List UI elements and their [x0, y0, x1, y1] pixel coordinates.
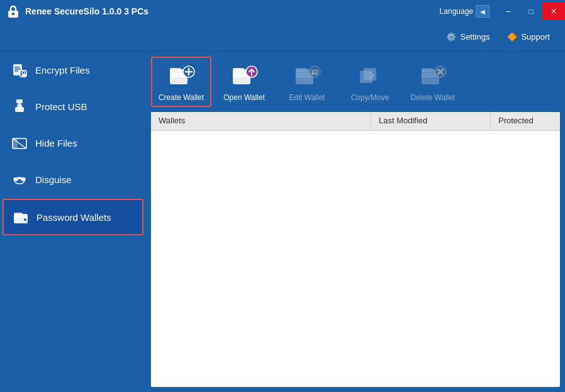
copy-move-label: Copy/Move: [351, 93, 389, 102]
support-icon: 🔶: [507, 32, 517, 42]
svg-rect-42: [364, 68, 376, 81]
sidebar-item-protect-usb[interactable]: Protect USB: [0, 88, 146, 125]
svg-rect-1: [12, 13, 14, 15]
wallets-table: Wallets Last Modified Protected: [151, 112, 560, 387]
svg-rect-7: [22, 74, 26, 77]
password-wallets-icon: [13, 209, 29, 225]
svg-rect-4: [14, 69, 21, 70]
protect-usb-label: Protect USB: [35, 101, 87, 112]
delete-wallet-button[interactable]: Delete Wallet: [403, 57, 463, 107]
disguise-icon: [11, 171, 28, 188]
table-col-protected: Protected: [491, 112, 560, 130]
svg-rect-38: [296, 68, 307, 72]
main-layout: Encrypt Files Protect USB: [0, 52, 565, 392]
table-col-last-modified: Last Modified: [371, 112, 491, 130]
support-button[interactable]: 🔶 Support: [498, 28, 559, 45]
svg-point-25: [24, 218, 26, 221]
copy-move-button[interactable]: Copy/Move: [340, 57, 400, 107]
copy-move-icon: [356, 62, 384, 89]
edit-wallet-button[interactable]: Edit Wallet: [277, 57, 337, 107]
svg-point-39: [309, 66, 320, 77]
open-wallet-label: Open Wallet: [223, 93, 265, 102]
sidebar-item-encrypt-files[interactable]: Encrypt Files: [0, 52, 146, 88]
table-header: Wallets Last Modified Protected: [151, 112, 560, 131]
open-wallet-button[interactable]: Open Wallet: [214, 57, 274, 107]
svg-rect-21: [22, 177, 25, 179]
protect-usb-icon: [11, 98, 28, 115]
svg-rect-19: [18, 178, 21, 179]
disguise-label: Disguise: [35, 174, 72, 185]
svg-rect-34: [233, 68, 244, 72]
close-button[interactable]: ✕: [542, 3, 565, 20]
svg-rect-20: [14, 177, 17, 179]
content-area: Create Wallet Open Wallet: [146, 52, 565, 392]
sidebar-item-disguise[interactable]: Disguise: [0, 161, 146, 198]
svg-rect-28: [170, 68, 181, 72]
language-label: Language: [440, 7, 473, 16]
toolbar: Create Wallet Open Wallet: [146, 52, 565, 107]
title-bar-right: Language ◀ – □ ✕: [440, 0, 565, 23]
sidebar-item-hide-files[interactable]: Hide Files: [0, 125, 146, 161]
settings-label: Settings: [460, 32, 489, 42]
svg-rect-12: [21, 104, 23, 107]
app-title-area: Renee SecureSilo 1.0.0 3 PCs: [6, 4, 148, 18]
header-bar: ⚙️ Settings 🔶 Support: [0, 23, 565, 52]
app-logo-icon: [6, 4, 20, 18]
settings-icon: ⚙️: [446, 32, 456, 42]
encrypt-files-icon: [11, 62, 28, 78]
create-wallet-label: Create Wallet: [159, 93, 204, 102]
settings-button[interactable]: ⚙️ Settings: [437, 28, 498, 45]
svg-rect-8: [16, 99, 23, 103]
language-area: Language ◀: [440, 5, 489, 18]
title-bar: Renee SecureSilo 1.0.0 3 PCs Language ◀ …: [0, 0, 565, 23]
app-title: Renee SecureSilo 1.0.0 3 PCs: [25, 6, 148, 16]
minimize-button[interactable]: –: [497, 3, 520, 20]
language-prev-button[interactable]: ◀: [476, 5, 489, 18]
create-wallet-icon: [167, 62, 195, 89]
create-wallet-button[interactable]: Create Wallet: [151, 57, 211, 107]
hide-files-icon: [11, 135, 28, 151]
svg-rect-45: [422, 68, 433, 72]
svg-rect-5: [14, 70, 18, 72]
svg-rect-11: [17, 104, 19, 107]
edit-wallet-icon: [293, 62, 321, 89]
password-wallets-label: Password Wallets: [36, 212, 111, 223]
maximize-button[interactable]: □: [520, 3, 542, 20]
delete-wallet-icon: [419, 62, 447, 89]
delete-wallet-label: Delete Wallet: [411, 93, 456, 102]
table-col-wallets: Wallets: [151, 112, 371, 130]
hide-files-label: Hide Files: [35, 138, 77, 148]
support-label: Support: [521, 32, 550, 42]
svg-rect-24: [14, 213, 23, 216]
sidebar: Encrypt Files Protect USB: [0, 52, 146, 392]
edit-wallet-label: Edit Wallet: [289, 93, 325, 102]
open-wallet-icon: [230, 62, 258, 89]
svg-rect-23: [14, 216, 28, 218]
encrypt-files-label: Encrypt Files: [35, 65, 90, 76]
svg-rect-10: [15, 107, 24, 112]
svg-rect-3: [14, 67, 20, 68]
sidebar-item-password-wallets[interactable]: Password Wallets: [3, 199, 143, 235]
window-controls: – □ ✕: [497, 0, 565, 23]
